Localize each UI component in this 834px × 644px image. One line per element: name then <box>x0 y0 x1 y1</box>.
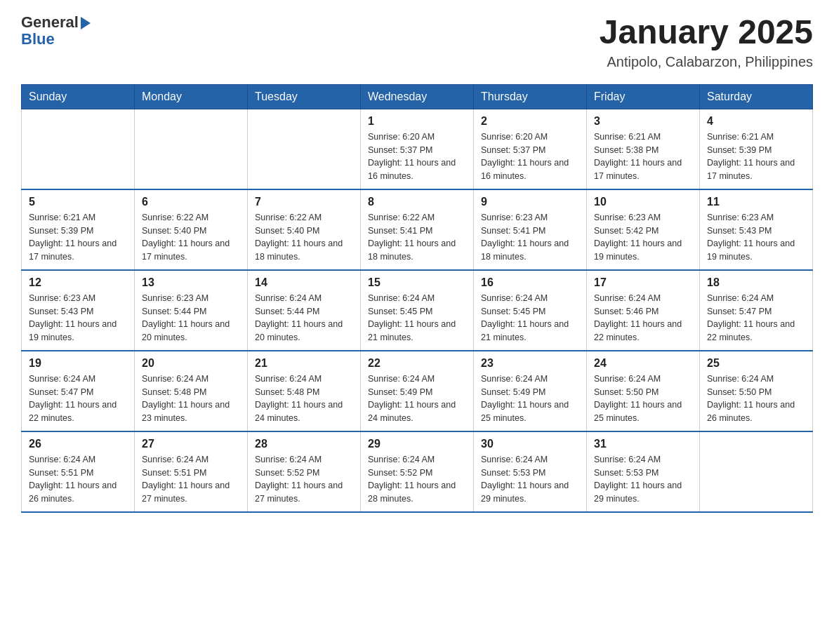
calendar-day-6: 6Sunrise: 6:22 AMSunset: 5:40 PMDaylight… <box>135 189 248 270</box>
day-number: 12 <box>29 276 127 289</box>
calendar-day-10: 10Sunrise: 6:23 AMSunset: 5:42 PMDayligh… <box>587 189 700 270</box>
day-number: 9 <box>481 196 579 208</box>
day-info: Sunrise: 6:22 AMSunset: 5:40 PMDaylight:… <box>142 211 240 264</box>
calendar-day-4: 4Sunrise: 6:21 AMSunset: 5:39 PMDaylight… <box>700 109 813 189</box>
day-number: 13 <box>142 276 240 289</box>
day-info: Sunrise: 6:22 AMSunset: 5:41 PMDaylight:… <box>368 211 466 264</box>
day-number: 25 <box>707 357 805 370</box>
day-number: 21 <box>255 357 353 370</box>
day-info: Sunrise: 6:23 AMSunset: 5:43 PMDaylight:… <box>29 292 127 344</box>
day-info: Sunrise: 6:21 AMSunset: 5:39 PMDaylight:… <box>29 211 127 264</box>
day-number: 14 <box>255 276 353 289</box>
logo-general: General <box>21 14 79 31</box>
calendar-day-23: 23Sunrise: 6:24 AMSunset: 5:49 PMDayligh… <box>474 351 587 431</box>
title-block: January 2025 Antipolo, Calabarzon, Phili… <box>600 14 813 70</box>
day-number: 16 <box>481 276 579 289</box>
day-number: 18 <box>707 276 805 289</box>
day-number: 26 <box>29 438 127 450</box>
calendar-day-header-tuesday: Tuesday <box>248 84 361 109</box>
day-number: 23 <box>481 357 579 370</box>
calendar-day-31: 31Sunrise: 6:24 AMSunset: 5:53 PMDayligh… <box>587 431 700 512</box>
day-number: 7 <box>255 196 353 208</box>
calendar-day-29: 29Sunrise: 6:24 AMSunset: 5:52 PMDayligh… <box>361 431 474 512</box>
day-info: Sunrise: 6:21 AMSunset: 5:38 PMDaylight:… <box>594 130 692 183</box>
day-number: 29 <box>368 438 466 450</box>
day-info: Sunrise: 6:24 AMSunset: 5:45 PMDaylight:… <box>481 292 579 344</box>
day-info: Sunrise: 6:23 AMSunset: 5:44 PMDaylight:… <box>142 292 240 344</box>
day-number: 10 <box>594 196 692 208</box>
day-number: 5 <box>29 196 127 208</box>
calendar-day-header-saturday: Saturday <box>700 84 813 109</box>
day-info: Sunrise: 6:24 AMSunset: 5:50 PMDaylight:… <box>594 373 692 425</box>
calendar-day-9: 9Sunrise: 6:23 AMSunset: 5:41 PMDaylight… <box>474 189 587 270</box>
calendar-day-12: 12Sunrise: 6:23 AMSunset: 5:43 PMDayligh… <box>22 270 135 351</box>
day-number: 2 <box>481 115 579 128</box>
logo-arrow-icon <box>81 17 91 29</box>
day-info: Sunrise: 6:24 AMSunset: 5:53 PMDaylight:… <box>594 453 692 506</box>
calendar-day-1: 1Sunrise: 6:20 AMSunset: 5:37 PMDaylight… <box>361 109 474 189</box>
calendar-empty-cell <box>22 109 135 189</box>
calendar-day-7: 7Sunrise: 6:22 AMSunset: 5:40 PMDaylight… <box>248 189 361 270</box>
day-number: 30 <box>481 438 579 450</box>
day-info: Sunrise: 6:22 AMSunset: 5:40 PMDaylight:… <box>255 211 353 264</box>
day-number: 8 <box>368 196 466 208</box>
day-number: 3 <box>594 115 692 128</box>
calendar-day-20: 20Sunrise: 6:24 AMSunset: 5:48 PMDayligh… <box>135 351 248 431</box>
calendar-empty-cell <box>135 109 248 189</box>
calendar-day-2: 2Sunrise: 6:20 AMSunset: 5:37 PMDaylight… <box>474 109 587 189</box>
day-number: 11 <box>707 196 805 208</box>
calendar-day-8: 8Sunrise: 6:22 AMSunset: 5:41 PMDaylight… <box>361 189 474 270</box>
calendar-day-28: 28Sunrise: 6:24 AMSunset: 5:52 PMDayligh… <box>248 431 361 512</box>
calendar-day-header-friday: Friday <box>587 84 700 109</box>
day-info: Sunrise: 6:24 AMSunset: 5:49 PMDaylight:… <box>368 373 466 425</box>
calendar-week-row: 26Sunrise: 6:24 AMSunset: 5:51 PMDayligh… <box>22 431 813 512</box>
calendar-week-row: 19Sunrise: 6:24 AMSunset: 5:47 PMDayligh… <box>22 351 813 431</box>
day-number: 15 <box>368 276 466 289</box>
calendar-day-3: 3Sunrise: 6:21 AMSunset: 5:38 PMDaylight… <box>587 109 700 189</box>
day-info: Sunrise: 6:20 AMSunset: 5:37 PMDaylight:… <box>481 130 579 183</box>
calendar-table: SundayMondayTuesdayWednesdayThursdayFrid… <box>21 84 813 513</box>
day-number: 20 <box>142 357 240 370</box>
calendar-day-19: 19Sunrise: 6:24 AMSunset: 5:47 PMDayligh… <box>22 351 135 431</box>
day-info: Sunrise: 6:24 AMSunset: 5:47 PMDaylight:… <box>707 292 805 344</box>
calendar-day-18: 18Sunrise: 6:24 AMSunset: 5:47 PMDayligh… <box>700 270 813 351</box>
calendar-day-15: 15Sunrise: 6:24 AMSunset: 5:45 PMDayligh… <box>361 270 474 351</box>
day-info: Sunrise: 6:23 AMSunset: 5:42 PMDaylight:… <box>594 211 692 264</box>
logo: General Blue <box>21 14 91 48</box>
day-info: Sunrise: 6:24 AMSunset: 5:51 PMDaylight:… <box>142 453 240 506</box>
calendar-day-17: 17Sunrise: 6:24 AMSunset: 5:46 PMDayligh… <box>587 270 700 351</box>
calendar-week-row: 1Sunrise: 6:20 AMSunset: 5:37 PMDaylight… <box>22 109 813 189</box>
page-title: January 2025 <box>600 14 813 51</box>
calendar-day-25: 25Sunrise: 6:24 AMSunset: 5:50 PMDayligh… <box>700 351 813 431</box>
day-info: Sunrise: 6:24 AMSunset: 5:48 PMDaylight:… <box>255 373 353 425</box>
day-number: 6 <box>142 196 240 208</box>
calendar-day-5: 5Sunrise: 6:21 AMSunset: 5:39 PMDaylight… <box>22 189 135 270</box>
page-subtitle: Antipolo, Calabarzon, Philippines <box>600 54 813 70</box>
calendar-empty-cell <box>248 109 361 189</box>
calendar-day-13: 13Sunrise: 6:23 AMSunset: 5:44 PMDayligh… <box>135 270 248 351</box>
calendar-day-header-monday: Monday <box>135 84 248 109</box>
calendar-day-24: 24Sunrise: 6:24 AMSunset: 5:50 PMDayligh… <box>587 351 700 431</box>
day-info: Sunrise: 6:24 AMSunset: 5:50 PMDaylight:… <box>707 373 805 425</box>
day-info: Sunrise: 6:24 AMSunset: 5:45 PMDaylight:… <box>368 292 466 344</box>
day-info: Sunrise: 6:24 AMSunset: 5:53 PMDaylight:… <box>481 453 579 506</box>
day-info: Sunrise: 6:24 AMSunset: 5:49 PMDaylight:… <box>481 373 579 425</box>
day-number: 19 <box>29 357 127 370</box>
calendar-day-22: 22Sunrise: 6:24 AMSunset: 5:49 PMDayligh… <box>361 351 474 431</box>
calendar-day-21: 21Sunrise: 6:24 AMSunset: 5:48 PMDayligh… <box>248 351 361 431</box>
calendar-day-27: 27Sunrise: 6:24 AMSunset: 5:51 PMDayligh… <box>135 431 248 512</box>
calendar-day-header-wednesday: Wednesday <box>361 84 474 109</box>
logo-blue: Blue <box>21 31 91 48</box>
calendar-header-row: SundayMondayTuesdayWednesdayThursdayFrid… <box>22 84 813 109</box>
day-info: Sunrise: 6:24 AMSunset: 5:47 PMDaylight:… <box>29 373 127 425</box>
day-info: Sunrise: 6:24 AMSunset: 5:46 PMDaylight:… <box>594 292 692 344</box>
calendar-day-header-sunday: Sunday <box>22 84 135 109</box>
calendar-day-11: 11Sunrise: 6:23 AMSunset: 5:43 PMDayligh… <box>700 189 813 270</box>
day-number: 24 <box>594 357 692 370</box>
day-number: 27 <box>142 438 240 450</box>
day-number: 31 <box>594 438 692 450</box>
calendar-week-row: 12Sunrise: 6:23 AMSunset: 5:43 PMDayligh… <box>22 270 813 351</box>
day-info: Sunrise: 6:21 AMSunset: 5:39 PMDaylight:… <box>707 130 805 183</box>
day-number: 1 <box>368 115 466 128</box>
day-info: Sunrise: 6:24 AMSunset: 5:44 PMDaylight:… <box>255 292 353 344</box>
